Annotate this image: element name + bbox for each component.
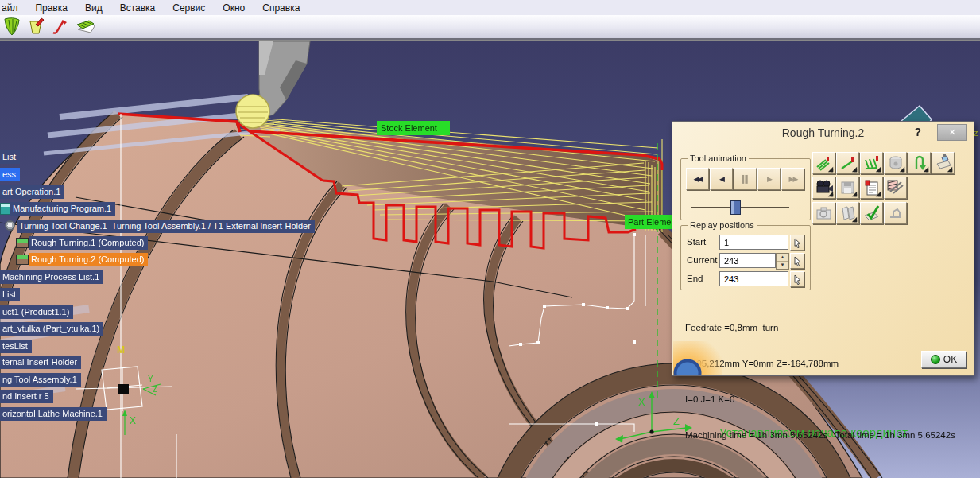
position-line: X=95,212mm Y=0mm Z=-164,788mm [685, 358, 955, 370]
end-input[interactable] [719, 271, 788, 286]
rough-turning-1-icon [16, 238, 29, 248]
dialog-help-button[interactable]: ? [914, 126, 921, 138]
axis-y-label: Y [148, 375, 153, 383]
surface-machining-icon[interactable] [2, 17, 23, 37]
tree-item-part-operation[interactable]: art Operation.1 [0, 185, 64, 199]
svg-text:Stock Element: Stock Element [381, 123, 437, 133]
tree-item-rough-turning-1[interactable]: Rough Turning.1 (Computed) [29, 236, 148, 250]
globe-decoration [673, 341, 722, 375]
stock-element-label[interactable]: Stock Element [377, 121, 450, 135]
pocketing-icon[interactable] [25, 17, 47, 37]
tool-animation-legend: Tool animation [688, 154, 749, 163]
animation-slider-handle[interactable] [730, 200, 741, 215]
tree-item-rough-turning-2[interactable]: Rough Turning.2 (Computed) [29, 253, 148, 266]
axis-z2-label: Z [153, 385, 157, 394]
point-replay-mode-button[interactable] [836, 152, 859, 174]
menu-bar: айл Правка Вид Вставка Сервис Окно Справ… [0, 0, 980, 15]
ok-green-ball-icon [931, 355, 940, 364]
video-mode-button[interactable] [812, 177, 835, 199]
ijk-line: I=0 J=1 K=0 [685, 394, 955, 406]
spin-down-icon[interactable]: ▼ [777, 262, 788, 269]
tree-item-tool-assembly[interactable]: ng Tool Assembly.1 [0, 373, 81, 387]
current-spinner[interactable]: ▲▼ [776, 253, 789, 270]
tree-item-part-vtulka[interactable]: art_vtulka (Part_vtulka.1) [0, 322, 103, 336]
spin-up-icon[interactable]: ▲ [777, 254, 788, 262]
cursor-pick-icon [793, 274, 802, 285]
replay-positions-group: Replay positions Start Current ▲▼ End [680, 220, 811, 290]
dialog-close-button[interactable]: ✕ [937, 124, 967, 141]
continuous-replay-button[interactable] [908, 152, 931, 174]
axis-z-label: Z [673, 415, 680, 427]
tree-item-lathe-machine[interactable]: orizontal Lathe Machine.1 [0, 407, 107, 421]
m-marker-label: M [117, 344, 125, 356]
ok-button[interactable]: OK [921, 351, 966, 368]
start-input[interactable] [719, 235, 788, 250]
catia-window: { "menu": {"items": ["айл", "Правка", "В… [0, 0, 980, 478]
machining-origin-dot [649, 429, 653, 433]
toolpath-verification-button[interactable] [860, 202, 883, 224]
menu-file[interactable]: айл [0, 2, 26, 14]
photo-mode-button[interactable] [812, 202, 835, 224]
rough-turning-2-icon [16, 255, 29, 265]
start-label: Start [687, 237, 706, 247]
axis-mini-x-label: X [130, 415, 136, 426]
generate-documentation-button[interactable] [860, 177, 883, 199]
menu-tools[interactable]: Сервис [164, 2, 214, 14]
tree-item-process[interactable]: ess [0, 168, 20, 181]
origin-marker-square [118, 384, 129, 394]
menu-insert[interactable]: Вставка [111, 2, 165, 14]
profile-contouring-icon[interactable] [49, 17, 71, 37]
film-mode-button[interactable] [836, 202, 859, 224]
stock-visualization-button[interactable] [884, 152, 907, 174]
material-removal-analysis-button[interactable] [932, 152, 955, 174]
pause-button[interactable]: ▌▌ [734, 168, 757, 190]
cursor-pick-icon [793, 256, 802, 266]
tree-item-list1[interactable]: List [0, 150, 20, 164]
save-video-button[interactable] [836, 177, 859, 199]
current-label: Current [687, 255, 717, 265]
tree-item-machining-process-list[interactable]: Machining Process List.1 [0, 270, 103, 284]
current-input[interactable] [719, 253, 776, 268]
menu-view[interactable]: Вид [76, 2, 111, 14]
manufacturing-program-icon [0, 203, 10, 215]
rough-turning-dialog: Rough Turning.2 ? ✕ Tool animation ◀◀ ◀ … [672, 121, 974, 376]
end-label: End [687, 274, 703, 283]
tree-item-product1[interactable]: uct1 (Product1.1) [0, 305, 73, 319]
step-back-button[interactable]: ◀ [710, 168, 733, 190]
end-pick-button[interactable] [790, 271, 804, 287]
tool-change-icon [5, 220, 15, 231]
feedrate-line: Feedrate =0,8mm_turn [685, 322, 955, 334]
ok-label: OK [943, 354, 957, 365]
menu-help[interactable]: Справка [254, 2, 308, 14]
tree-item-manufacturing-program[interactable]: Manufacturing Program.1 [10, 202, 115, 216]
dialog-title: Rough Turning.2 [672, 126, 974, 139]
rewind-button[interactable]: ◀◀ [686, 168, 709, 190]
tree-item-insert-r5[interactable]: nd Insert r 5 [0, 390, 53, 403]
round-insert [236, 95, 269, 128]
axis-x-label: X [638, 396, 645, 408]
tool-animation-mode-button[interactable] [812, 152, 835, 174]
start-pick-button[interactable] [790, 235, 804, 251]
replay-info-text: Feedrate =0,8mm_turn X=95,212mm Y=0mm Z=… [685, 298, 955, 465]
tool-animation-group: Tool animation ◀◀ ◀ ▌▌ ▶ ▶▶ [680, 154, 811, 220]
replay-positions-legend: Replay positions [688, 220, 757, 230]
menu-window[interactable]: Окно [214, 2, 254, 14]
toolpath-editor-button[interactable] [884, 177, 907, 199]
remove-toolpath-button[interactable] [884, 202, 907, 224]
tree-item-list2[interactable]: List [0, 288, 20, 301]
cursor-pick-icon [793, 238, 802, 248]
fast-forward-button[interactable]: ▶▶ [781, 168, 804, 190]
play-button[interactable]: ▶ [757, 168, 781, 190]
replay-options-grid [812, 152, 959, 228]
tree-item-insert-holder[interactable]: ternal Insert-Holder [0, 356, 81, 369]
plane-replay-mode-button[interactable] [860, 152, 883, 174]
menu-edit[interactable]: Правка [26, 2, 76, 14]
time-line: Machining time = 1h 3mn 5,65242s Total t… [685, 429, 955, 441]
current-pick-button[interactable] [790, 253, 804, 269]
machining-toolbar [0, 15, 980, 40]
tree-item-tool-change[interactable]: Turning Tool Change.1 Turning Tool Assem… [17, 220, 315, 233]
tree-item-teslist[interactable]: tesList [0, 340, 32, 353]
facing-icon[interactable] [73, 17, 95, 37]
